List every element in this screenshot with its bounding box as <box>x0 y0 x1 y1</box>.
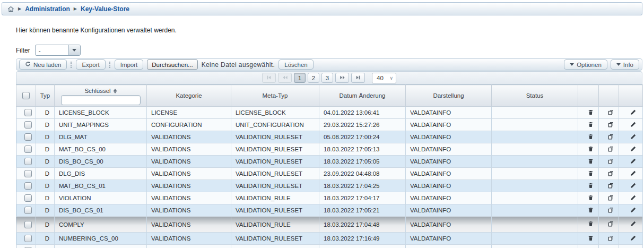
delete-icon[interactable] <box>588 109 594 115</box>
row-checkbox[interactable] <box>24 146 32 153</box>
copy-icon[interactable] <box>608 158 614 164</box>
options-menu-button[interactable]: Optionen <box>564 59 607 70</box>
edit-icon[interactable] <box>630 183 636 189</box>
row-checkbox[interactable] <box>24 170 32 177</box>
reload-button[interactable]: Neu laden <box>19 59 67 70</box>
edit-icon[interactable] <box>630 170 636 176</box>
delete-icon[interactable] <box>588 235 594 241</box>
page-button-3[interactable]: 3 <box>321 73 333 83</box>
next-page-button[interactable] <box>335 73 349 83</box>
page-button-2[interactable]: 2 <box>308 73 319 83</box>
row-checkbox[interactable] <box>24 133 32 141</box>
table-row[interactable]: D COMPLY VALIDATIONS VALIDATION_RULE 18.… <box>16 217 643 233</box>
cell-darstellung: VALDATAINFO <box>406 131 492 143</box>
row-checkbox[interactable] <box>24 182 32 190</box>
select-all-cell <box>16 85 36 107</box>
table-row[interactable]: D MAT_BO_CS_00 VALIDATIONS VALIDATION_RU… <box>16 143 643 156</box>
delete-icon[interactable] <box>588 170 594 176</box>
info-menu-button[interactable]: Info <box>611 59 639 70</box>
info-menu-label: Info <box>623 62 633 68</box>
breadcrumb-item-key-value-store[interactable]: Key-Value-Store <box>81 5 129 13</box>
page-size-select[interactable]: 40 ∨ <box>372 73 396 83</box>
row-checkbox[interactable] <box>24 194 32 202</box>
key-value-store-page: ▶ Administration ▶ Key-Value-Store Hier … <box>0 0 644 248</box>
row-checkbox[interactable] <box>24 109 32 116</box>
delete-icon[interactable] <box>588 122 594 127</box>
cell-metatyp: VALIDATION_RULESET <box>231 143 319 156</box>
breadcrumb: ▶ Administration ▶ Key-Value-Store <box>2 2 642 15</box>
cell-schluessel: COMPLY <box>55 217 147 233</box>
edit-icon[interactable] <box>630 158 636 164</box>
copy-icon[interactable] <box>608 146 614 152</box>
cell-metatyp: VALIDATION_RULESET <box>231 131 319 143</box>
cell-typ: D <box>36 192 55 204</box>
delete-icon[interactable] <box>588 134 594 140</box>
cell-typ: D <box>36 156 55 168</box>
prev-page-icon <box>282 75 288 81</box>
select-all-checkbox[interactable] <box>22 92 30 99</box>
edit-icon[interactable] <box>630 134 636 140</box>
cell-delete <box>578 131 599 143</box>
table-row[interactable]: D UNIT_MAPPINGS CONFIGURATION UNIT_CONFI… <box>16 119 643 131</box>
delete-icon[interactable] <box>588 195 594 201</box>
cell-typ: D <box>36 119 55 131</box>
cell-typ: D <box>36 143 55 156</box>
import-button-label: Import <box>120 62 138 68</box>
row-checkbox[interactable] <box>24 207 32 214</box>
filter-select[interactable]: - <box>35 45 81 56</box>
delete-icon[interactable] <box>588 158 594 164</box>
copy-icon[interactable] <box>608 207 614 213</box>
column-header-kategorie: Kategorie <box>147 85 231 107</box>
edit-icon[interactable] <box>630 109 636 115</box>
delete-file-button[interactable]: Löschen <box>279 59 313 70</box>
delete-icon[interactable] <box>588 183 594 189</box>
edit-icon[interactable] <box>630 235 636 241</box>
table-row[interactable]: D NUMBERING_CS_00 VALIDATIONS VALIDATION… <box>16 233 643 245</box>
home-icon[interactable] <box>7 6 14 12</box>
cell-delete <box>578 192 599 204</box>
edit-icon[interactable] <box>630 146 636 152</box>
browse-file-button[interactable]: Durchsuchen... <box>147 59 197 70</box>
delete-icon[interactable] <box>588 221 594 227</box>
last-page-button[interactable] <box>351 73 365 83</box>
cell-typ: D <box>36 180 55 192</box>
copy-icon[interactable] <box>608 195 614 201</box>
edit-icon[interactable] <box>630 207 636 213</box>
table-row[interactable]: D DLG_DIS VALIDATIONS VALIDATION_RULESET… <box>16 168 643 180</box>
table-row[interactable]: D DIS_BO_CS_01 VALIDATIONS VALIDATION_RU… <box>16 204 643 217</box>
cell-copy <box>599 107 619 119</box>
cell-status <box>492 143 578 156</box>
cell-kategorie: VALIDATIONS <box>147 131 231 143</box>
copy-icon[interactable] <box>608 170 614 176</box>
caret-down-icon[interactable] <box>68 45 80 55</box>
row-checkbox[interactable] <box>24 235 32 242</box>
copy-icon[interactable] <box>608 134 614 140</box>
export-button[interactable]: Export <box>76 59 105 70</box>
table-row[interactable]: D MAT_BO_CS_01 VALIDATIONS VALIDATION_RU… <box>16 180 643 192</box>
page-button-1[interactable]: 1 <box>294 73 306 83</box>
edit-icon[interactable] <box>630 122 636 127</box>
copy-icon[interactable] <box>608 122 614 127</box>
delete-icon[interactable] <box>588 207 594 213</box>
breadcrumb-item-administration[interactable]: Administration <box>25 5 70 13</box>
delete-icon[interactable] <box>588 146 594 152</box>
copy-icon[interactable] <box>608 235 614 241</box>
row-checkbox[interactable] <box>24 221 32 228</box>
column-header-datum: Datum Änderung <box>319 85 406 107</box>
row-checkbox[interactable] <box>24 121 32 129</box>
row-select-cell <box>16 119 36 131</box>
copy-icon[interactable] <box>608 109 614 115</box>
copy-icon[interactable] <box>608 221 614 227</box>
row-checkbox[interactable] <box>24 158 32 165</box>
table-row[interactable]: D VIOLATION VALIDATIONS VALIDATION_RULE … <box>16 192 643 204</box>
copy-icon[interactable] <box>608 183 614 189</box>
cell-edit <box>619 204 643 217</box>
edit-icon[interactable] <box>630 221 636 227</box>
column-header-schluessel[interactable]: Schlüssel <box>55 85 147 107</box>
table-row[interactable]: D DIS_BO_CS_00 VALIDATIONS VALIDATION_RU… <box>16 156 643 168</box>
edit-icon[interactable] <box>630 195 636 201</box>
table-row[interactable]: D LICENSE_BLOCK LICENSE LICENSE_BLOCK 04… <box>16 107 643 119</box>
import-button[interactable]: Import <box>115 59 144 70</box>
table-row[interactable]: D DLG_MAT VALIDATIONS VALIDATION_RULESET… <box>16 131 643 143</box>
schluessel-filter-input[interactable] <box>61 95 141 105</box>
